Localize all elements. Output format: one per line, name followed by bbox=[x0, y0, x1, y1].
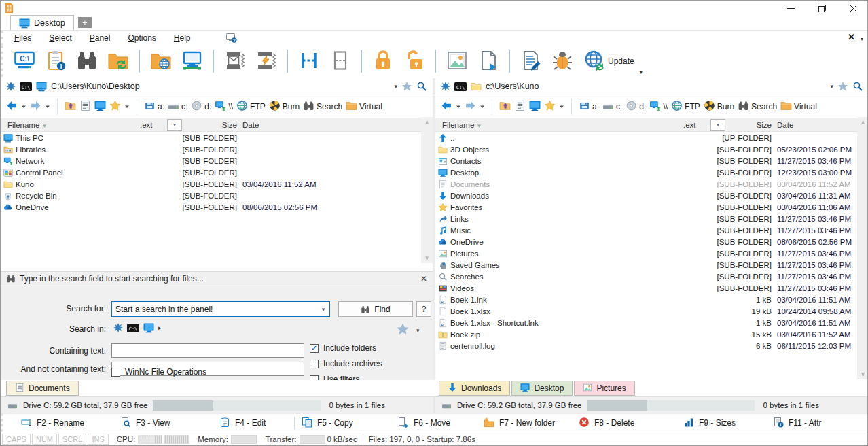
left-path-bar[interactable]: C:\ C:\Users\Kuno\Desktop ▾ bbox=[1, 78, 433, 95]
path-dropdown-icon[interactable]: ▾ bbox=[830, 83, 833, 90]
back-arrow-button[interactable] bbox=[6, 100, 18, 114]
doc-list-button[interactable] bbox=[514, 100, 526, 114]
fkey-f11[interactable]: iF11 - Attr bbox=[773, 417, 861, 430]
split-vertical-button[interactable] bbox=[326, 48, 355, 75]
folder-sync-button[interactable] bbox=[104, 48, 132, 75]
right-path-bar[interactable]: C:\ c:\Users\Kuno ▾ bbox=[435, 78, 868, 95]
checkbox-icon[interactable] bbox=[310, 360, 319, 368]
file-row[interactable]: Contacts[SUB-FOLDER]11/27/2015 03:46 PM bbox=[435, 155, 857, 167]
compress-mail-button[interactable] bbox=[221, 48, 249, 75]
pin-icon[interactable] bbox=[441, 82, 450, 91]
chevron-down-button[interactable] bbox=[45, 102, 50, 112]
favorites-star-button[interactable] bbox=[544, 100, 556, 114]
chevron-down-button[interactable] bbox=[124, 102, 130, 112]
chevron-down-button[interactable] bbox=[480, 102, 485, 112]
right-scrollbar[interactable]: ∧ ∨ bbox=[857, 117, 868, 379]
search-icon[interactable] bbox=[416, 81, 427, 92]
toolbar-overflow-icon[interactable]: ▾ bbox=[640, 69, 643, 75]
split-horizontal-button[interactable] bbox=[295, 48, 323, 75]
chevron-down-button[interactable] bbox=[559, 102, 564, 112]
folder-tab-documents[interactable]: Documents bbox=[6, 381, 79, 396]
network-pc-button[interactable]: \\ bbox=[649, 100, 668, 114]
chevron-down-icon[interactable]: ▾ bbox=[416, 327, 420, 334]
file-row[interactable]: Videos[SUB-FOLDER]11/27/2015 03:46 PM bbox=[435, 282, 857, 294]
help-panel-icon[interactable]: ? bbox=[226, 33, 237, 44]
checkbox-include-folders[interactable]: ✓Include folders bbox=[310, 343, 382, 353]
pc-network-button[interactable] bbox=[178, 48, 206, 75]
find-button[interactable]: Find bbox=[338, 301, 413, 317]
folder-tab-desktop[interactable]: Desktop bbox=[511, 381, 573, 396]
folder-up-button[interactable] bbox=[499, 100, 511, 114]
drive-c-black-icon[interactable]: C:\ bbox=[454, 82, 467, 91]
fkey-f7[interactable]: F7 - New folder bbox=[484, 417, 579, 430]
folder-globe-button[interactable] bbox=[147, 48, 175, 75]
file-row[interactable]: Searches[SUB-FOLDER]11/27/2015 03:46 PM bbox=[435, 271, 857, 282]
globe-update-button[interactable]: Update bbox=[579, 48, 638, 75]
file-row[interactable]: Recycle Bin[SUB-FOLDER] bbox=[1, 190, 421, 201]
lock-lg-button[interactable] bbox=[369, 48, 397, 75]
file-row[interactable]: OneDrive[SUB-FOLDER]08/06/2015 02:56 PM bbox=[1, 201, 421, 213]
restore-button[interactable] bbox=[810, 2, 833, 14]
checkbox-icon[interactable]: ✓ bbox=[310, 344, 319, 353]
column-header-date[interactable]: Date bbox=[237, 121, 421, 129]
scroll-up-icon[interactable]: ∧ bbox=[861, 117, 865, 128]
chevron-down-button[interactable] bbox=[456, 102, 461, 112]
chevron-down-button[interactable] bbox=[21, 102, 26, 112]
floppy-drive-button[interactable]: a: bbox=[144, 100, 164, 114]
globe-button[interactable]: FTP bbox=[236, 100, 266, 114]
menu-item-files[interactable]: Files bbox=[14, 33, 31, 43]
search-in-locations[interactable]: C:\ ▸ bbox=[113, 322, 162, 333]
left-scrollbar[interactable]: ∧ ∨ bbox=[421, 117, 433, 263]
search-panel-close-icon[interactable]: ✕ bbox=[420, 274, 427, 284]
file-row[interactable]: Desktop[SUB-FOLDER]12/23/2015 03:00 PM bbox=[435, 167, 857, 178]
hard-drive-button[interactable]: c: bbox=[602, 100, 622, 114]
minimize-button[interactable] bbox=[779, 2, 802, 14]
clipboard-info-button[interactable]: i bbox=[41, 48, 70, 75]
folder-up-button[interactable] bbox=[65, 100, 76, 114]
column-header-filename[interactable]: Filename ▼ bbox=[1, 121, 140, 129]
file-row[interactable]: certenroll.log6 kB06/11/2015 12:03 PM bbox=[435, 340, 857, 351]
favorites-star-icon[interactable] bbox=[837, 81, 848, 92]
fkey-f4[interactable]: F4 - Edit bbox=[219, 417, 294, 430]
pin-icon[interactable] bbox=[6, 82, 16, 91]
folder-tab-pictures[interactable]: Pictures bbox=[574, 381, 634, 396]
burn-button[interactable]: Burn bbox=[269, 100, 300, 114]
file-row[interactable]: Links[SUB-FOLDER]11/27/2015 03:46 PM bbox=[435, 213, 857, 224]
file-edit-button[interactable] bbox=[517, 48, 545, 75]
file-row[interactable]: Network[SUB-FOLDER] bbox=[1, 155, 421, 167]
checkbox-include-archives[interactable]: Include archives bbox=[310, 359, 382, 368]
path-dropdown-icon[interactable]: ▾ bbox=[394, 83, 397, 90]
fkey-f3[interactable]: F3 - View bbox=[120, 417, 219, 430]
hard-drive-button[interactable]: c: bbox=[168, 100, 187, 114]
drive-c-black-icon[interactable]: C:\ bbox=[20, 82, 32, 91]
bug-button[interactable] bbox=[548, 48, 577, 75]
file-row[interactable]: Libraries[SUB-FOLDER] bbox=[1, 143, 421, 155]
binoculars-button[interactable]: Search bbox=[738, 100, 777, 114]
search-icon[interactable] bbox=[852, 81, 863, 92]
fkey-f8[interactable]: F8 - Delete bbox=[579, 417, 683, 430]
disc-drive-button[interactable]: d: bbox=[191, 100, 211, 114]
doc-list-button[interactable] bbox=[79, 100, 91, 114]
containing-text-input[interactable] bbox=[111, 343, 304, 358]
column-header-size[interactable]: Size bbox=[187, 121, 237, 129]
close-button[interactable] bbox=[842, 2, 865, 14]
back-arrow-button[interactable] bbox=[441, 100, 452, 114]
column-header-size[interactable]: Size bbox=[731, 121, 772, 129]
fkey-f9[interactable]: F9 - Sizes bbox=[683, 417, 773, 430]
file-row[interactable]: This PC[SUB-FOLDER] bbox=[1, 132, 421, 143]
file-row[interactable]: Music[SUB-FOLDER]11/27/2015 03:46 PM bbox=[435, 224, 857, 236]
network-pc-button[interactable]: \\ bbox=[215, 100, 233, 114]
file-row[interactable]: Documents[SUB-FOLDER]03/04/2016 11:52 AM bbox=[435, 178, 857, 190]
file-row[interactable]: Pictures[SUB-FOLDER]11/27/2015 03:46 PM bbox=[435, 247, 857, 259]
scroll-down-icon[interactable]: ∨ bbox=[424, 252, 429, 263]
file-row[interactable]: Boek 1.lnk1 kB03/04/2016 11:51 AM bbox=[435, 294, 857, 305]
floppy-drive-button[interactable]: a: bbox=[579, 100, 599, 114]
binoculars-lg-button[interactable] bbox=[73, 48, 101, 75]
chevron-down-icon[interactable]: ▾ bbox=[317, 306, 329, 313]
help-button[interactable]: ? bbox=[416, 301, 431, 317]
menu-item-options[interactable]: Options bbox=[128, 33, 156, 43]
scroll-down-icon[interactable]: ∨ bbox=[861, 368, 865, 379]
new-tab-button[interactable]: + bbox=[78, 17, 92, 28]
file-row[interactable]: Control Panel[SUB-FOLDER] bbox=[1, 167, 421, 178]
drive-c-monitor-button[interactable]: C:\ bbox=[10, 48, 39, 75]
